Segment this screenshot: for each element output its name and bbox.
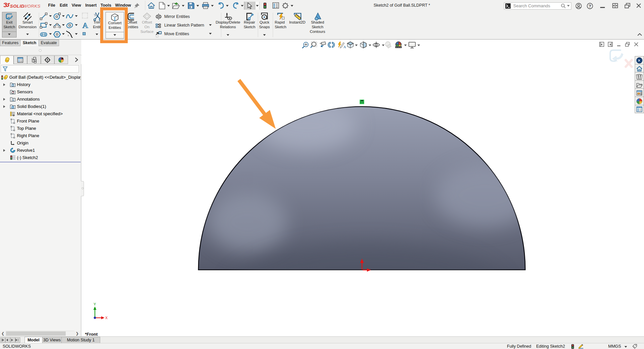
svg-text:SOLID: SOLID bbox=[10, 4, 24, 9]
svg-text:Y: Y bbox=[94, 302, 96, 306]
svg-text:A: A bbox=[12, 99, 14, 102]
svg-text:WORKS: WORKS bbox=[23, 4, 40, 9]
svg-text:X: X bbox=[105, 316, 108, 320]
svg-text:A: A bbox=[82, 21, 88, 29]
svg-text:A: A bbox=[343, 45, 346, 49]
svg-text:?: ? bbox=[589, 4, 591, 9]
